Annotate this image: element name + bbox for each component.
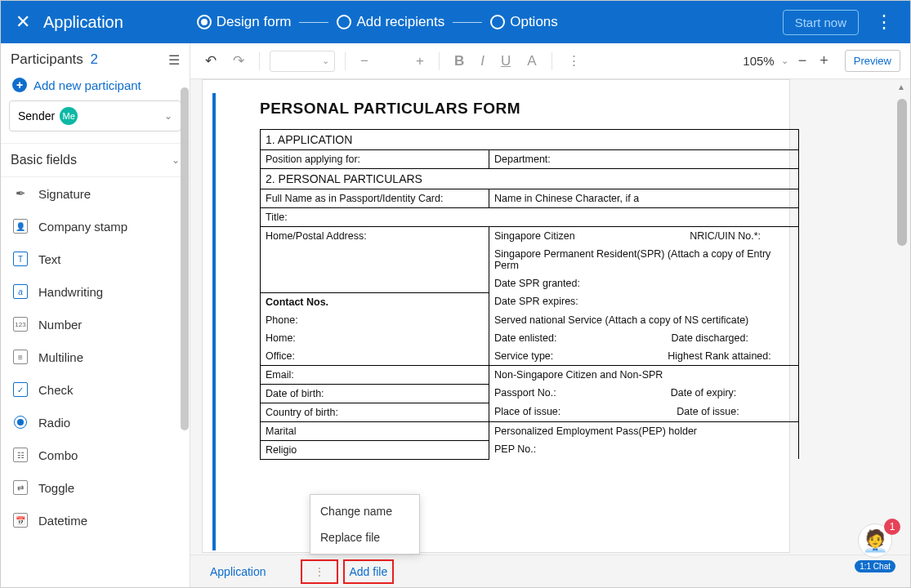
sidebar-scrollbar[interactable]	[181, 87, 189, 430]
spr-granted: Date SPR granted:	[489, 274, 799, 292]
enlisted-row: Date enlisted:Date discharged:	[489, 329, 799, 347]
field-label: Multiline	[38, 350, 83, 364]
page-edge-indicator	[212, 93, 216, 550]
wizard-steps: Design form Add recipients Options	[197, 14, 775, 30]
field-label: Datetime	[38, 514, 87, 528]
me-chip: Me	[60, 107, 78, 125]
service-row: Service type:Highest Rank attained:	[489, 347, 799, 366]
section-2: 2. PERSONAL PARTICULARS	[261, 169, 799, 189]
toolbar-more-icon[interactable]: ⋮	[562, 49, 586, 73]
field-multiline[interactable]: ≡Multiline	[1, 341, 190, 373]
radio-icon	[12, 414, 29, 430]
step-add-recipients[interactable]: Add recipients	[337, 14, 444, 30]
font-increase-button[interactable]: +	[411, 50, 429, 73]
separator	[552, 52, 552, 70]
add-file-button[interactable]: Add file	[350, 565, 388, 578]
step-separator	[453, 22, 482, 23]
add-participant-button[interactable]: + Add new participant	[1, 73, 190, 100]
step-separator	[299, 22, 328, 23]
sender-select[interactable]: Sender Me ⌄	[9, 100, 181, 131]
add-participant-label: Add new participant	[33, 78, 141, 92]
undo-button[interactable]: ↶	[200, 49, 221, 73]
canvas-scrollbar-thumb[interactable]	[897, 99, 907, 246]
tab-context-menu: Change name Replace file	[310, 494, 420, 555]
field-label: Toggle	[38, 481, 74, 495]
field-signature[interactable]: ✒Signature	[1, 177, 190, 210]
text-icon: T	[12, 251, 29, 267]
field-company-stamp[interactable]: 👤Company stamp	[1, 210, 190, 243]
spr-label: Singapore Permanent Resident(SPR) (Attac…	[489, 245, 799, 274]
participants-header: Participants 2 ☰	[1, 43, 190, 73]
basic-fields-toggle[interactable]: Basic fields ⌄	[1, 143, 190, 177]
zoom-in-button[interactable]: +	[816, 51, 832, 71]
canvas[interactable]: PERSONAL PARTICULARS FORM 1. APPLICATION…	[190, 79, 910, 555]
document-page[interactable]: PERSONAL PARTICULARS FORM 1. APPLICATION…	[202, 79, 790, 553]
step-options[interactable]: Options	[490, 14, 558, 30]
home-label: Home:	[261, 329, 489, 347]
field-radio[interactable]: Radio	[1, 406, 190, 439]
number-icon: 123	[12, 316, 29, 332]
menu-replace-file[interactable]: Replace file	[310, 524, 419, 550]
menu-change-name[interactable]: Change name	[310, 498, 419, 524]
spr-expires: Date SPR expires:	[489, 292, 799, 311]
marital-label: Marital	[261, 421, 489, 440]
field-number[interactable]: 123Number	[1, 308, 190, 341]
document-content: PERSONAL PARTICULARS FORM 1. APPLICATION…	[260, 100, 799, 460]
italic-button[interactable]: I	[476, 50, 489, 73]
tab-more-icon[interactable]: ⋮	[307, 565, 332, 578]
list-view-icon[interactable]: ☰	[168, 52, 180, 68]
served-ns: Served national Service (Attach a copy o…	[489, 311, 799, 329]
chevron-down-icon[interactable]: ⌄	[781, 56, 788, 66]
title-label: Title:	[261, 208, 799, 227]
citizen-row: Singapore Citizen NRIC/UIN No.*:	[489, 227, 799, 246]
passport-row: Passport No.:Date of expiry:	[489, 384, 799, 403]
field-toggle[interactable]: ⇄Toggle	[1, 471, 190, 504]
cob-label: Country of birth:	[261, 403, 489, 421]
contact-label: Contact Nos.	[261, 292, 489, 311]
field-combo[interactable]: ☷Combo	[1, 439, 190, 471]
chevron-down-icon: ⌄	[172, 154, 180, 166]
handwriting-icon: a	[12, 283, 29, 300]
highlight-add-file: Add file	[343, 559, 395, 584]
dob-label: Date of birth:	[261, 384, 489, 403]
field-label: Text	[38, 252, 61, 266]
field-label: Handwriting	[38, 285, 103, 299]
font-decrease-button[interactable]: −	[355, 50, 373, 73]
field-label: Company stamp	[38, 220, 127, 234]
chat-bubble[interactable]: 🧑‍💼 1 1:1 Chat	[855, 523, 895, 572]
redo-button[interactable]: ↷	[228, 49, 249, 73]
field-handwriting[interactable]: aHandwriting	[1, 275, 190, 308]
start-now-button[interactable]: Start now	[783, 10, 859, 35]
zoom-out-button[interactable]: −	[795, 51, 811, 71]
chat-label: 1:1 Chat	[855, 560, 895, 572]
chat-badge: 1	[884, 519, 900, 535]
header-more-icon[interactable]: ⋮	[867, 8, 900, 36]
tab-application[interactable]: Application	[199, 560, 278, 583]
main-area: ↶ ↷ ⌄ − + B I U A ⋮ 105% ⌄ − + Preview	[190, 43, 910, 587]
font-select[interactable]: ⌄	[270, 51, 335, 72]
chevron-down-icon: ⌄	[164, 110, 172, 122]
underline-button[interactable]: U	[496, 50, 516, 73]
app-title: Application	[43, 13, 123, 32]
bold-button[interactable]: B	[449, 50, 469, 73]
doc-title: PERSONAL PARTICULARS FORM	[260, 100, 799, 118]
toggle-icon: ⇄	[12, 479, 29, 496]
sender-label: Sender	[18, 109, 55, 122]
zoom-controls: 105% ⌄ − +	[743, 51, 831, 71]
radio-icon	[490, 15, 505, 29]
email-label: Email:	[261, 365, 489, 384]
font-color-button[interactable]: A	[522, 50, 541, 73]
field-text[interactable]: TText	[1, 243, 190, 275]
participants-label: Participants	[11, 51, 83, 67]
field-check[interactable]: ✓Check	[1, 373, 190, 406]
section-1: 1. APPLICATION	[261, 130, 799, 150]
separator	[259, 52, 260, 70]
position-label: Position applying for:	[261, 150, 489, 169]
close-icon[interactable]: ✕	[11, 8, 35, 36]
field-label: Combo	[38, 448, 78, 462]
field-list: ✒Signature 👤Company stamp TText aHandwri…	[1, 177, 190, 587]
field-label: Signature	[38, 187, 91, 201]
step-design-form[interactable]: Design form	[197, 14, 292, 30]
field-datetime[interactable]: 📅Datetime	[1, 504, 190, 537]
preview-button[interactable]: Preview	[845, 50, 900, 72]
